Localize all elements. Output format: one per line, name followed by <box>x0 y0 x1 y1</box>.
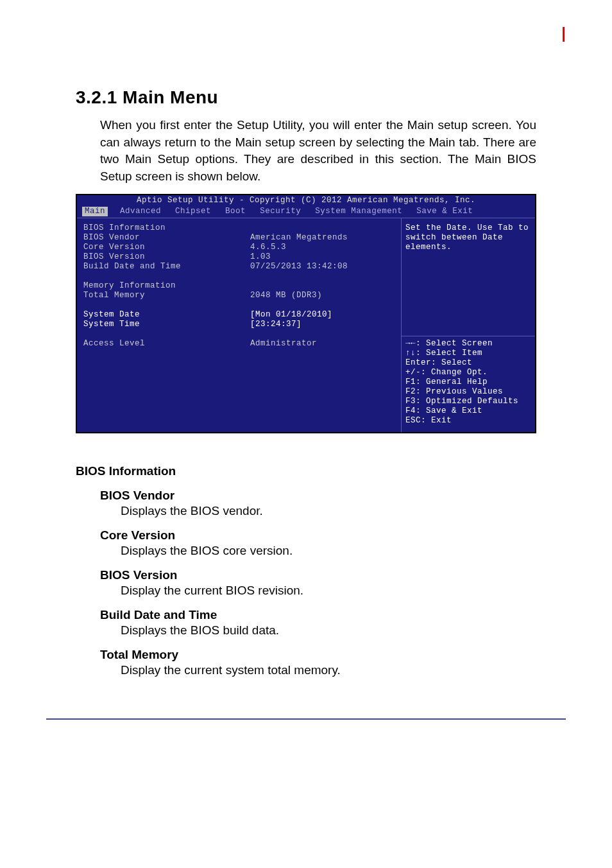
system-time-label[interactable]: System Time <box>83 320 250 329</box>
bios-value: 4.6.5.3 <box>250 243 286 252</box>
bios-key-hint: F1: General Help <box>405 378 532 387</box>
bios-key-hint: F3: Optimized Defaults <box>405 397 532 406</box>
info-subheading: Core Version <box>100 528 612 542</box>
bios-key-hint: F2: Previous Values <box>405 387 532 397</box>
bios-value: 07/25/2013 13:42:08 <box>250 262 348 272</box>
bios-value: 2048 MB (DDR3) <box>250 291 322 300</box>
bios-tab-bar: Main Advanced Chipset Boot Security Syst… <box>77 206 535 218</box>
bios-left-pane: BIOS Information BIOS VendorAmerican Meg… <box>77 218 402 432</box>
tab-main[interactable]: Main <box>82 207 108 216</box>
tab-security[interactable]: Security <box>258 207 303 216</box>
bios-key-hint: ↑↓: Select Item <box>405 349 532 358</box>
bios-right-pane: Set the Date. Use Tab to switch between … <box>402 218 535 432</box>
info-text: Displays the BIOS vendor. <box>121 504 536 518</box>
info-subheading: Total Memory <box>100 648 612 662</box>
bios-value: Administrator <box>250 339 317 349</box>
bios-key-hint: F4: Save & Exit <box>405 406 532 416</box>
bios-key-hint: Enter: Select <box>405 358 532 368</box>
info-subheading: BIOS Version <box>100 568 612 582</box>
tab-save-exit[interactable]: Save & Exit <box>414 207 475 216</box>
bios-key-hint: ESC: Exit <box>405 416 532 426</box>
bios-title-bar: Aptio Setup Utility - Copyright (C) 2012… <box>77 195 535 206</box>
tab-boot[interactable]: Boot <box>223 207 248 216</box>
bios-key-hint: +/-: Change Opt. <box>405 368 532 378</box>
info-text: Displays the BIOS core version. <box>121 544 536 558</box>
info-subheading: Build Date and Time <box>100 608 612 622</box>
system-date-label[interactable]: System Date <box>83 310 250 320</box>
system-date-value[interactable]: [Mon 01/18/2010] <box>250 310 332 320</box>
info-subheading: BIOS Vendor <box>100 489 612 503</box>
bios-help-text: Set the Date. Use Tab to switch between … <box>405 223 532 252</box>
bios-label: BIOS Vendor <box>83 233 250 243</box>
tab-chipset[interactable]: Chipset <box>173 207 213 216</box>
bios-body: BIOS Information BIOS VendorAmerican Meg… <box>77 218 535 432</box>
bios-value: 1.03 <box>250 252 271 262</box>
tab-advanced[interactable]: Advanced <box>118 207 163 216</box>
bios-right-divider <box>402 336 535 336</box>
info-text: Display the current system total memory. <box>121 663 536 677</box>
intro-paragraph: When you first enter the Setup Utility, … <box>100 117 536 185</box>
info-text: Displays the BIOS build data. <box>121 623 536 638</box>
bios-key-hint: →←: Select Screen <box>405 339 532 349</box>
bios-screenshot: Aptio Setup Utility - Copyright (C) 2012… <box>76 194 536 433</box>
bios-label: Total Memory <box>83 291 250 300</box>
info-heading: BIOS Information <box>76 464 612 478</box>
bios-label: Build Date and Time <box>83 262 250 272</box>
bios-value: American Megatrends <box>250 233 348 243</box>
header-mark: | <box>561 24 566 42</box>
info-text: Display the current BIOS revision. <box>121 584 536 598</box>
page: | 3.2.1 Main Menu When you first enter t… <box>0 0 612 720</box>
bios-label: Access Level <box>83 339 250 349</box>
section-title: 3.2.1 Main Menu <box>76 87 612 108</box>
bios-label: Core Version <box>83 243 250 252</box>
footer-rule <box>46 718 566 720</box>
header-region: | <box>0 0 612 39</box>
bios-label: BIOS Version <box>83 252 250 262</box>
tab-system-management[interactable]: System Management <box>313 207 404 216</box>
system-time-value[interactable]: [23:24:37] <box>250 320 302 329</box>
bios-group-title: Memory Information <box>83 281 250 291</box>
bios-group-title: BIOS Information <box>83 223 250 233</box>
